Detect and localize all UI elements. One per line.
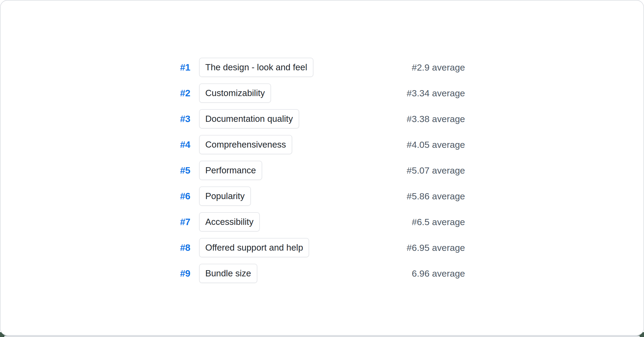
ranking-row: #6 Popularity #5.86 average	[180, 183, 465, 209]
average-score-label: #5.86 average	[407, 191, 465, 202]
ranking-option-chip[interactable]: Bundle size	[199, 264, 257, 283]
rank-badge: #5	[180, 165, 191, 176]
ranking-row: #2 Customizability #3.34 average	[180, 80, 465, 106]
ranking-option-chip[interactable]: Comprehensiveness	[199, 135, 292, 154]
ranking-option-chip[interactable]: Customizability	[199, 83, 271, 102]
average-score-label: #3.38 average	[407, 114, 465, 124]
average-score-label: #2.9 average	[412, 62, 465, 73]
ranking-row: #5 Performance #5.07 average	[180, 157, 465, 183]
average-score-label: #6.95 average	[407, 243, 465, 253]
ranking-row: #7 Accessibility #6.5 average	[180, 209, 465, 235]
ranking-option-chip[interactable]: Offered support and help	[199, 238, 309, 257]
ranking-option-chip[interactable]: The design - look and feel	[199, 58, 313, 77]
card-bottom-edge	[4, 336, 640, 337]
rank-badge: #1	[180, 62, 191, 73]
ranking-option-chip[interactable]: Performance	[199, 161, 262, 180]
ranking-results-list: #1 The design - look and feel #2.9 avera…	[180, 54, 465, 286]
rank-badge: #9	[180, 268, 191, 279]
average-score-label: #3.34 average	[407, 88, 465, 98]
average-score-label: #6.5 average	[412, 217, 465, 227]
rank-badge: #4	[180, 139, 191, 150]
average-score-label: 6.96 average	[412, 268, 465, 279]
ranking-row: #1 The design - look and feel #2.9 avera…	[180, 54, 465, 80]
rank-badge: #8	[180, 242, 191, 253]
ranking-row: #8 Offered support and help #6.95 averag…	[180, 235, 465, 261]
ranking-option-chip[interactable]: Accessibility	[199, 212, 260, 231]
rank-badge: #2	[180, 88, 191, 98]
ranking-row: #4 Comprehensiveness #4.05 average	[180, 132, 465, 157]
rank-badge: #3	[180, 113, 191, 124]
rank-badge: #6	[180, 191, 191, 202]
ranking-row: #9 Bundle size 6.96 average	[180, 261, 465, 286]
results-card: #1 The design - look and feel #2.9 avera…	[0, 0, 644, 336]
average-score-label: #4.05 average	[407, 140, 465, 150]
ranking-option-chip[interactable]: Popularity	[199, 186, 251, 206]
ranking-row: #3 Documentation quality #3.38 average	[180, 106, 465, 132]
average-score-label: #5.07 average	[407, 165, 465, 176]
ranking-option-chip[interactable]: Documentation quality	[199, 109, 299, 128]
rank-badge: #7	[180, 217, 191, 227]
